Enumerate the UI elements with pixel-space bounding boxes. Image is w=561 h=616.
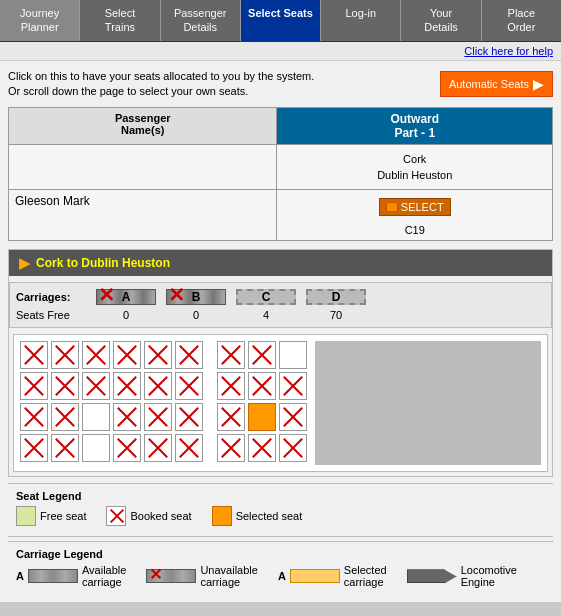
seat-4-8[interactable] [248,434,276,462]
carriage-legend-row: A Availablecarriage ✕ Unavailablecarriag… [16,564,545,588]
route-section: ▶ Cork to Dublin Heuston Carriages: A [8,249,553,477]
legend-unavailable-carriage: ✕ Unavailablecarriage [146,564,257,588]
passenger-name-cell [9,145,277,190]
seat-4-3[interactable] [82,434,110,462]
main-content: Click on this to have your seats allocat… [0,61,561,603]
seat-legend-row: Free seat Booked seat Selected seat [16,506,545,526]
passenger-col-header: PassengerName(s) [9,108,277,145]
seat-2-3[interactable] [82,372,110,400]
seat-1-1[interactable] [20,341,48,369]
carriage-a-x-icon: ✕ [98,283,115,307]
seat-4-5[interactable] [144,434,172,462]
help-link[interactable]: Click here for help [464,45,553,57]
seat-1-4[interactable] [113,341,141,369]
carriage-c[interactable]: C [236,289,296,305]
seat-grid-container [13,334,548,472]
seat-row-3 [20,403,307,431]
seat-2-5[interactable] [144,372,172,400]
seat-1-9[interactable] [279,341,307,369]
seat-aisle-2 [206,372,214,400]
seat-3-2[interactable] [51,403,79,431]
nav-your-details[interactable]: YourDetails [401,0,481,41]
route-label: Cork to Dublin Heuston [36,256,170,270]
seat-4-6[interactable] [175,434,203,462]
nav-select-trains[interactable]: SelectTrains [80,0,160,41]
carriage-b[interactable]: B ✕ [166,289,226,305]
seat-aisle-4 [206,434,214,462]
passenger-name-value: Gleeson Mark [9,190,277,241]
nav-passenger-details[interactable]: PassengerDetails [161,0,241,41]
sel-carr-letter: A [278,570,286,582]
seat-1-8[interactable] [248,341,276,369]
seat-4-1[interactable] [20,434,48,462]
seat-2-6[interactable] [175,372,203,400]
nav-journey-planner[interactable]: JourneyPlanner [0,0,80,41]
seats-free-a: 0 [96,309,156,321]
seat-4-2[interactable] [51,434,79,462]
carriage-d[interactable]: D [306,289,366,305]
seat-3-6[interactable] [175,403,203,431]
sel-carr-label: Selectedcarriage [344,564,387,588]
seat-2-7[interactable] [217,372,245,400]
nav-select-seats[interactable]: Select Seats [241,0,321,41]
passenger-name: Gleeson Mark [15,194,90,208]
select-button-label: SELECT [401,201,444,213]
seat-1-5[interactable] [144,341,172,369]
auto-seats-button[interactable]: Automatic Seats ▶ [440,71,553,97]
select-icon [386,202,398,212]
seat-2-8[interactable] [248,372,276,400]
locomotive-icon [407,569,457,583]
carriage-c-letter: C [262,290,271,304]
booked-seat-icon [106,506,126,526]
route-header: ▶ Cork to Dublin Heuston [9,250,552,276]
free-seat-icon [16,506,36,526]
legend-available-carriage: A Availablecarriage [16,564,126,588]
route-arrow-icon: ▶ [19,255,30,271]
seat-4-4[interactable] [113,434,141,462]
seats-free-b: 0 [166,309,226,321]
selected-seat-label: Selected seat [236,510,303,522]
seat-1-2[interactable] [51,341,79,369]
nav-bar: JourneyPlanner SelectTrains PassengerDet… [0,0,561,42]
carriage-row: Carriages: A ✕ [16,289,545,305]
unavail-carr-wrapper: ✕ [146,569,196,583]
outward-col-header: OutwardPart - 1 [277,108,553,145]
seat-1-6[interactable] [175,341,203,369]
unavail-carr-icon: ✕ [146,569,196,583]
seat-grid-gray-area [315,341,541,465]
seat-3-4[interactable] [113,403,141,431]
nav-log-in[interactable]: Log-in [321,0,401,41]
seat-row-2 [20,372,307,400]
unavail-carr-label: Unavailablecarriage [200,564,257,588]
seats-free-label: Seats Free [16,309,96,321]
seat-4-9[interactable] [279,434,307,462]
nav-place-order[interactable]: PlaceOrder [482,0,561,41]
seat-4-7[interactable] [217,434,245,462]
seat-aisle-1 [206,341,214,369]
seat-2-4[interactable] [113,372,141,400]
legend-divider [8,536,553,537]
auto-seats-label: Automatic Seats [449,78,529,90]
seat-3-3[interactable] [82,403,110,431]
seat-3-8-selected[interactable] [248,403,276,431]
seat-3-5[interactable] [144,403,172,431]
seats-free-row: Seats Free 0 0 4 70 [16,309,545,321]
carriage-a[interactable]: A ✕ [96,289,156,305]
seat-3-1[interactable] [20,403,48,431]
select-seat-cell[interactable]: SELECT C19 [277,190,553,241]
avail-carr-label: Availablecarriage [82,564,126,588]
seat-2-9[interactable] [279,372,307,400]
free-seat-label: Free seat [40,510,86,522]
seat-1-7[interactable] [217,341,245,369]
avail-carr-letter: A [16,570,24,582]
seat-1-3[interactable] [82,341,110,369]
instruction-text: Click on this to have your seats allocat… [8,69,440,100]
select-seat-button[interactable]: SELECT [379,198,451,216]
seat-2-2[interactable] [51,372,79,400]
legend-locomotive: LocomotiveEngine [407,564,517,588]
seat-2-1[interactable] [20,372,48,400]
sel-carr-icon [290,569,340,583]
legend-booked-seat: Booked seat [106,506,191,526]
seat-3-7[interactable] [217,403,245,431]
seat-3-9[interactable] [279,403,307,431]
